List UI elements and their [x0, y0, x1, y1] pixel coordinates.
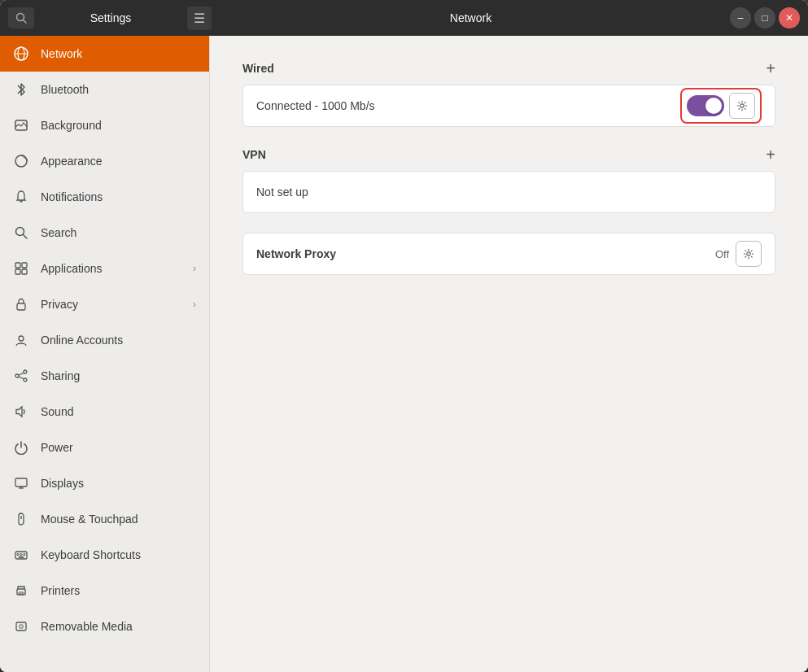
svg-line-19 [19, 377, 24, 379]
window-title: Network [450, 11, 491, 24]
sidebar-item-keyboard-shortcuts[interactable]: Keyboard Shortcuts [0, 537, 209, 573]
sidebar-item-power[interactable]: Power [0, 430, 209, 465]
sidebar-item-search[interactable]: Search [0, 215, 209, 251]
titlebar-left: Settings ☰ [0, 7, 212, 30]
gear-icon [736, 99, 748, 112]
sidebar: Network Bluetooth Background [0, 36, 210, 672]
sidebar-item-notifications[interactable]: Notifications [0, 179, 209, 215]
minimize-button[interactable]: – [730, 7, 751, 28]
sidebar-item-applications[interactable]: Applications › [0, 251, 209, 286]
sidebar-label-background: Background [41, 119, 196, 132]
search-button[interactable] [8, 7, 34, 28]
printers-icon [13, 583, 29, 599]
svg-rect-32 [16, 622, 26, 631]
sidebar-item-sharing[interactable]: Sharing [0, 358, 209, 394]
sidebar-item-network[interactable]: Network [0, 36, 209, 72]
svg-point-34 [740, 104, 744, 107]
sidebar-label-applications: Applications [41, 262, 181, 275]
vpn-status-row: Not set up [242, 171, 775, 213]
wired-toggle[interactable] [687, 95, 724, 116]
displays-icon [13, 475, 29, 491]
sidebar-label-network: Network [41, 47, 196, 60]
sidebar-item-appearance[interactable]: Appearance [0, 143, 209, 179]
proxy-section: Network Proxy Off [242, 233, 775, 275]
vpn-section: VPN + Not set up [242, 146, 775, 213]
close-button[interactable]: ✕ [779, 7, 800, 28]
appearance-icon [13, 153, 29, 169]
proxy-row: Network Proxy Off [242, 233, 775, 275]
background-icon [13, 117, 29, 133]
vpn-section-header: VPN + [242, 146, 775, 163]
vpn-add-button[interactable]: + [766, 146, 775, 163]
titlebar-center: Network [212, 11, 730, 24]
sidebar-label-printers: Printers [41, 584, 196, 597]
sidebar-label-online-accounts: Online Accounts [41, 334, 196, 347]
svg-line-18 [19, 373, 24, 375]
sidebar-item-mouse-touchpad[interactable]: Mouse & Touchpad [0, 501, 209, 537]
wired-add-button[interactable]: + [766, 60, 775, 76]
mouse-icon [13, 511, 29, 527]
wired-toggle-highlight [680, 88, 762, 124]
sidebar-item-online-accounts[interactable]: Online Accounts [0, 322, 209, 358]
bluetooth-icon [13, 81, 29, 98]
maximize-button[interactable]: □ [754, 7, 775, 28]
sidebar-label-bluetooth: Bluetooth [41, 83, 196, 96]
sidebar-item-displays[interactable]: Displays [0, 465, 209, 501]
vpn-section-title: VPN [242, 148, 266, 161]
sidebar-item-printers[interactable]: Printers [0, 573, 209, 609]
svg-point-17 [24, 378, 27, 382]
sound-icon [13, 404, 29, 420]
sidebar-search-icon [13, 225, 29, 241]
menu-button[interactable]: ☰ [187, 7, 212, 30]
svg-rect-12 [22, 269, 27, 274]
sidebar-label-sharing: Sharing [41, 369, 196, 382]
proxy-label: Network Proxy [256, 247, 715, 260]
svg-point-15 [24, 370, 27, 373]
svg-rect-13 [17, 303, 25, 310]
sharing-icon [13, 368, 29, 384]
svg-rect-26 [17, 554, 19, 556]
sidebar-label-keyboard: Keyboard Shortcuts [41, 548, 196, 561]
proxy-controls: Off [715, 241, 762, 267]
svg-rect-20 [15, 478, 27, 487]
chevron-right-icon-privacy: › [193, 299, 196, 310]
settings-window: Settings ☰ Network – □ ✕ Netwo [0, 0, 808, 672]
main-layout: Network Bluetooth Background [0, 36, 808, 672]
vpn-status: Not set up [256, 185, 762, 199]
sidebar-item-background[interactable]: Background [0, 107, 209, 143]
svg-point-16 [15, 374, 19, 377]
titlebar-controls: – □ ✕ [730, 7, 808, 28]
network-icon [13, 46, 29, 62]
sidebar-item-removable-media[interactable]: Removable Media [0, 609, 209, 644]
proxy-settings-button[interactable] [736, 241, 762, 267]
svg-point-35 [747, 252, 750, 255]
wired-settings-button[interactable] [729, 93, 755, 119]
svg-rect-27 [20, 554, 22, 556]
content-area: Wired + Connected - 1000 Mb/s [210, 36, 808, 672]
app-name: Settings [39, 11, 182, 24]
proxy-status-label: Off [715, 248, 729, 260]
sidebar-label-privacy: Privacy [41, 298, 181, 311]
svg-rect-31 [19, 592, 24, 594]
online-accounts-icon [13, 332, 29, 348]
sidebar-label-removable-media: Removable Media [41, 620, 196, 633]
sidebar-item-sound[interactable]: Sound [0, 394, 209, 430]
wired-section: Wired + Connected - 1000 Mb/s [242, 60, 775, 127]
sidebar-item-privacy[interactable]: Privacy › [0, 286, 209, 322]
chevron-right-icon: › [193, 263, 196, 274]
svg-rect-11 [15, 269, 20, 274]
sidebar-label-sound: Sound [41, 405, 196, 418]
notifications-icon [13, 189, 29, 205]
svg-rect-33 [20, 625, 23, 628]
svg-line-8 [24, 235, 28, 239]
wired-connection-row: Connected - 1000 Mb/s [242, 85, 775, 127]
sidebar-label-notifications: Notifications [41, 190, 196, 203]
sidebar-item-bluetooth[interactable]: Bluetooth [0, 72, 209, 107]
svg-rect-9 [15, 263, 20, 268]
toggle-knob [705, 98, 722, 114]
svg-rect-28 [24, 554, 25, 556]
wired-section-header: Wired + [242, 60, 775, 76]
titlebar: Settings ☰ Network – □ ✕ [0, 0, 808, 36]
privacy-icon [13, 296, 29, 312]
sidebar-label-power: Power [41, 441, 196, 454]
